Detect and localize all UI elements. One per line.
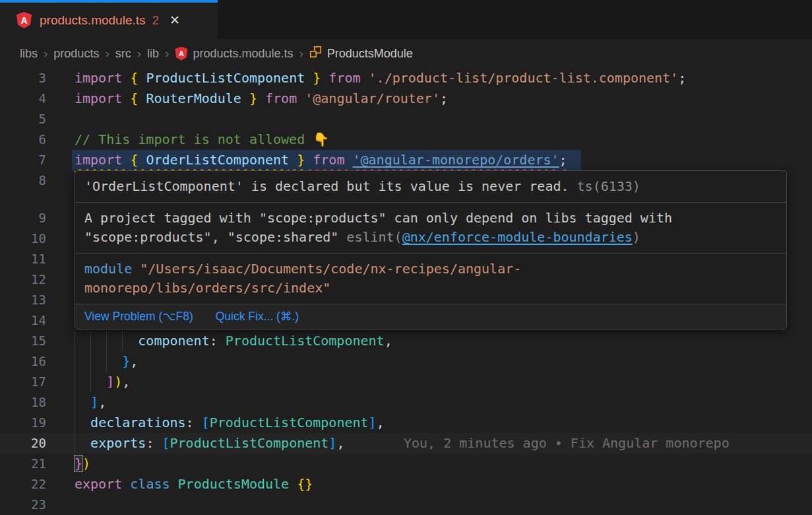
tab-error-count-badge: 2 [152, 13, 160, 28]
view-problem-link[interactable]: View Problem (⌥F8) [84, 310, 193, 324]
hover-section-module-declaration: module "/Users/isaac/Documents/code/nx-r… [75, 254, 786, 304]
chevron-right-icon: › [137, 46, 141, 61]
tab-title: products.module.ts [40, 13, 146, 28]
breadcrumb-item-libs[interactable]: libs [20, 47, 38, 61]
chevron-right-icon: › [44, 46, 47, 61]
line-number: 16 [0, 351, 46, 372]
line-number: 4 [0, 88, 46, 109]
code-text[interactable]: exports: [ProductListComponent], [75, 433, 344, 454]
code-text[interactable]: // This import is not allowed 👇 [75, 129, 329, 150]
code-text[interactable]: component: ProductListComponent, [75, 331, 392, 351]
breadcrumb-item-symbol[interactable]: ProductsModule [327, 47, 413, 61]
diagnostic-ts-code: ts(6133) [569, 178, 640, 194]
line-number: 3 [0, 68, 46, 88]
breadcrumb-item-src[interactable]: src [115, 47, 131, 61]
breadcrumb-item-lib[interactable]: lib [147, 47, 159, 61]
line-number: 19 [0, 413, 46, 433]
angular-icon: A [175, 47, 187, 61]
code-line-17: 17 ]), [0, 372, 812, 392]
chevron-right-icon: › [105, 46, 109, 61]
line-number: 11 [0, 249, 46, 269]
line-number: 18 [0, 392, 46, 413]
code-line-23: 23 [0, 495, 812, 515]
code-text[interactable]: declarations: [ProductListComponent], [75, 413, 385, 433]
line-number: 23 [0, 495, 46, 515]
git-blame-annotation: You, 2 minutes ago • Fix Angular monorep… [404, 433, 730, 454]
line-number: 21 [0, 454, 46, 474]
code-line-15: 15 component: ProductListComponent, [0, 331, 812, 351]
line-number: 15 [0, 331, 46, 351]
line-number: 9 [0, 208, 46, 228]
line-number: 17 [0, 372, 46, 392]
line-number: 14 [0, 310, 46, 331]
code-line-22: 22export class ProductsModule {} [0, 474, 812, 495]
code-text[interactable]: export class ProductsModule {} [75, 474, 313, 495]
line-number: 13 [0, 290, 46, 310]
quick-fix-link[interactable]: Quick Fix... (⌘.) [216, 310, 299, 324]
hover-popup: 'OrderListComponent' is declared but its… [75, 170, 787, 329]
close-icon[interactable]: ✕ [170, 13, 180, 28]
code-line-5: 5 [0, 109, 812, 129]
class-symbol-icon [309, 46, 322, 61]
code-line-18: 18 ], [0, 392, 812, 413]
breadcrumb: libs › products › src › lib › A products… [0, 41, 812, 66]
line-number: 22 [0, 474, 46, 495]
module-path: "/Users/isaac/Documents/code/nx-recipes/… [84, 261, 521, 296]
code-text[interactable]: import { ProductListComponent } from './… [75, 68, 686, 88]
tab-products-module[interactable]: A products.module.ts 2 ✕ [0, 0, 218, 40]
code-line-7: 7import { OrderListComponent } from '@an… [0, 150, 812, 170]
code-text[interactable]: ], [75, 392, 106, 413]
code-line-21: 21}) [0, 454, 812, 474]
line-number: 12 [0, 269, 46, 290]
diagnostic-ts-message: 'OrderListComponent' is declared but its… [84, 178, 569, 194]
code-line-6: 6// This import is not allowed 👇 [0, 129, 812, 150]
code-line-3: 3import { ProductListComponent } from '.… [0, 68, 812, 88]
hover-section-eslint-diagnostic: A project tagged with "scope:products" c… [75, 203, 786, 254]
breadcrumb-item-file[interactable]: products.module.ts [193, 47, 293, 61]
line-number: 5 [0, 109, 46, 129]
eslint-rule-link[interactable]: @nx/enforce-module-boundaries [402, 229, 633, 245]
module-keyword: module [84, 261, 132, 277]
hover-status-bar: View Problem (⌥F8) Quick Fix... (⌘.) [75, 304, 786, 329]
chevron-right-icon: › [165, 46, 169, 61]
code-text[interactable]: import { OrderListComponent } from '@ang… [75, 150, 567, 170]
eslint-source-suffix: ) [633, 229, 640, 245]
line-number: 20 [0, 433, 46, 454]
eslint-source-prefix: eslint( [338, 229, 402, 245]
line-number: 10 [0, 228, 46, 249]
code-line-20: 20 exports: [ProductListComponent],You, … [0, 433, 812, 454]
code-text[interactable]: }, [75, 351, 138, 372]
line-number: 7 [0, 150, 46, 170]
breadcrumb-item-products[interactable]: products [53, 47, 99, 61]
code-text[interactable]: import { RouterModule } from '@angular/r… [75, 88, 448, 109]
tab-bar: A products.module.ts 2 ✕ [0, 0, 812, 40]
code-text[interactable]: }) [75, 454, 90, 474]
code-line-19: 19 declarations: [ProductListComponent], [0, 413, 812, 433]
code-line-4: 4import { RouterModule } from '@angular/… [0, 88, 812, 109]
angular-icon: A [16, 12, 32, 28]
chevron-right-icon: › [299, 46, 303, 61]
line-number: 8 [0, 170, 46, 191]
code-text[interactable]: ]), [75, 372, 130, 392]
line-number: 6 [0, 129, 46, 150]
hover-section-ts-diagnostic: 'OrderListComponent' is declared but its… [75, 171, 786, 203]
code-line-16: 16 }, [0, 351, 812, 372]
